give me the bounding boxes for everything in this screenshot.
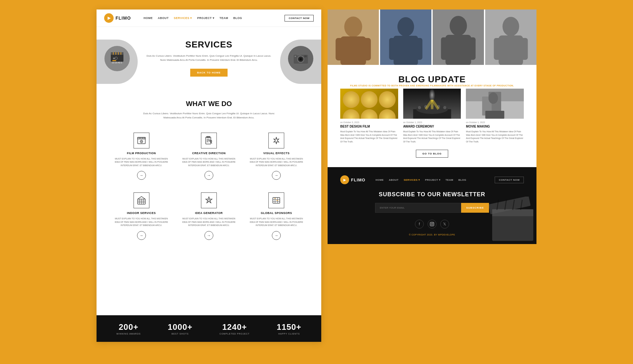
hero-desc: Duis Ac Cursus Libero. Vestibulum Portti… (146, 54, 272, 62)
service-indoor: INDOOR SERVICES Must Explain To You How … (109, 189, 173, 243)
service-visual-effects-name: VISUAL EFFECTS (263, 152, 290, 155)
blog-card-text-1: Must Explain To You How All This Mistake… (340, 130, 398, 143)
footer-contact-btn[interactable]: CONTACT NOW (495, 177, 524, 183)
portfolio-section (328, 9, 536, 65)
nav-about-left[interactable]: ABOUT (158, 16, 169, 20)
svg-point-60 (503, 17, 519, 36)
blog-section: BLOG UPDATE FILMS STUDIO IS COMMITTED TO… (328, 65, 536, 167)
gold-record-6 (379, 109, 396, 119)
nav-home-left[interactable]: HOME (144, 16, 153, 20)
nav-links-left: HOME ABOUT SERVICES PROJECT TEAM BLOG (144, 16, 279, 20)
service-visual-effects-arrow[interactable]: → (272, 171, 281, 180)
nav-blog-left[interactable]: BLOG (233, 16, 242, 20)
service-idea-generator-text: Must Explain To You How All This Mistake… (180, 217, 238, 227)
footer-nav-about[interactable]: ABOUT (389, 179, 398, 181)
newsletter-email-input[interactable] (375, 203, 461, 213)
clapper-decoration (489, 197, 536, 244)
contact-btn-left[interactable]: CONTACT NOW (285, 15, 314, 22)
go-to-blog-btn[interactable]: GO TO BLOG (416, 150, 448, 158)
hero-right-image (280, 40, 321, 84)
back-home-btn[interactable]: BACK TO HOME (190, 69, 228, 77)
stat-awards-number: 200+ (116, 322, 141, 332)
blog-date-1: on October 3, 2023 (340, 121, 398, 123)
svg-rect-47 (335, 38, 343, 60)
svg-text:12:13:42:1: 12:13:42:1 (112, 61, 122, 64)
service-film-production-arrow[interactable]: → (137, 171, 146, 180)
visual-effects-icon (268, 133, 284, 148)
instagram-icon[interactable] (428, 220, 436, 229)
twitter-icon[interactable]: 𝕏 (440, 220, 449, 229)
service-creative-direction-arrow[interactable]: → (204, 171, 213, 180)
portfolio-img-3 (433, 9, 484, 65)
blog-card-title-2[interactable]: AWARD CEREMONY (403, 125, 461, 128)
svg-rect-52 (389, 38, 396, 60)
newsletter-subscribe-btn[interactable]: SUBSCRIBE (461, 203, 489, 213)
concert-scene (403, 89, 461, 119)
stat-projects-number: 1240+ (220, 322, 250, 332)
blog-date-2: on October 1, 2023 (403, 121, 461, 123)
hero-section: 12:13:42:1 SERVICES Duis Ac Cursus Liber… (97, 27, 321, 90)
service-creative-direction: CREATIVE DIRECTION Must Explain To You H… (177, 129, 241, 183)
footer-nav-project[interactable]: PROJECT (425, 179, 441, 181)
blog-card-3: on October 1, 2023 MOVIE MAKING Must Exp… (466, 89, 524, 143)
nav-services-left[interactable]: SERVICES (174, 16, 192, 20)
stat-awards: 200+ WINNING AWARDS (116, 322, 141, 335)
svg-rect-56 (446, 35, 471, 65)
svg-rect-62 (494, 38, 501, 60)
svg-rect-80 (430, 222, 434, 226)
service-film-production-text: Must Explain To You How All This Mistake… (112, 157, 170, 167)
svg-rect-46 (341, 36, 366, 65)
svg-rect-57 (441, 37, 448, 60)
service-indoor-text: Must Explain To You How All This Mistake… (112, 217, 170, 227)
svg-rect-63 (521, 38, 528, 60)
service-global-sponsors-arrow[interactable]: → (272, 231, 281, 240)
footer-nav-blog[interactable]: BLOG (458, 179, 466, 181)
blog-grid: on October 3, 2023 BEST DESIGN FILM Must… (340, 89, 524, 143)
svg-point-55 (450, 16, 467, 36)
svg-point-15 (300, 58, 302, 60)
footer-nav-team[interactable]: TEAM (445, 179, 453, 181)
service-global-sponsors-name: GLOBAL SPONSORS (261, 211, 292, 215)
service-idea-generator: IDEA GENERATOR Must Explain To You How A… (177, 189, 241, 243)
gold-record-4 (343, 109, 360, 119)
logo-text-left: FLIMO (116, 16, 131, 21)
film-production-icon (134, 133, 149, 148)
footer-logo[interactable]: ▶ FLIMO (340, 175, 365, 184)
svg-rect-58 (468, 37, 475, 60)
nav-team-left[interactable]: TEAM (219, 16, 228, 20)
portfolio-img-1 (328, 9, 379, 65)
copyright-text: © COPYRIGHT 2023. BY (409, 234, 437, 236)
blog-title: BLOG UPDATE (340, 74, 524, 85)
logo-left[interactable]: ▶ FLIMO (104, 13, 131, 23)
logo-icon: ▶ (104, 13, 114, 23)
service-idea-generator-arrow[interactable]: → (204, 231, 213, 240)
left-panel: ▶ FLIMO HOME ABOUT SERVICES PROJECT TEAM… (97, 9, 321, 342)
service-film-production: FILM PRODUCTION Must Explain To You How … (109, 129, 173, 183)
svg-rect-6 (113, 58, 115, 59)
copyright-link[interactable]: WPDEVELOPE (438, 234, 455, 236)
nav-project-left[interactable]: PROJECT (197, 16, 215, 20)
idea-generator-icon (201, 192, 217, 208)
svg-point-81 (431, 223, 433, 225)
gold-record-2 (361, 91, 378, 108)
stat-clients-number: 1150+ (277, 322, 301, 332)
stat-shots-number: 1000+ (168, 322, 192, 332)
blog-card-title-1[interactable]: BEST DESIGN FILM (340, 125, 398, 128)
footer-logo-text: FLIMO (351, 178, 365, 182)
facebook-icon[interactable]: f (415, 220, 424, 229)
navbar-left: ▶ FLIMO HOME ABOUT SERVICES PROJECT TEAM… (97, 9, 321, 27)
stat-shots: 1000+ BEST SHOTS (168, 322, 192, 335)
stat-clients-label: HAPPY CLIENTS (277, 333, 301, 335)
blog-card-1-image (340, 89, 398, 119)
gold-records (340, 89, 398, 119)
footer-nav-home[interactable]: HOME (375, 179, 384, 181)
blog-card-2: on October 1, 2023 AWARD CEREMONY Must E… (403, 89, 461, 143)
footer-nav-services[interactable]: SERVICES (404, 179, 420, 181)
blog-card-text-2: Must Explain To You How All This Mistake… (403, 130, 461, 143)
blog-btn-wrap: GO TO BLOG (340, 150, 524, 158)
blog-card-title-3[interactable]: MOVIE MAKING (466, 125, 524, 128)
svg-rect-61 (499, 35, 523, 65)
service-visual-effects: VISUAL EFFECTS Must Explain To You How A… (244, 129, 309, 183)
svg-rect-13 (297, 53, 301, 55)
service-indoor-arrow[interactable]: → (137, 231, 146, 240)
